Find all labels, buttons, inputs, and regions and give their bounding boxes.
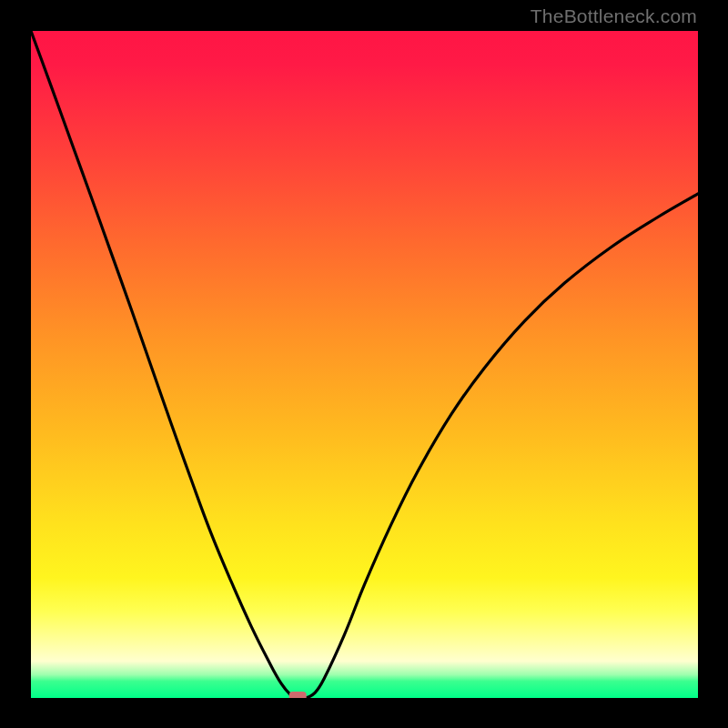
watermark-text: TheBottleneck.com (531, 5, 697, 27)
curve-svg (31, 31, 698, 698)
bottleneck-curve (31, 31, 698, 698)
chart-frame: TheBottleneck.com (0, 0, 728, 728)
minimum-marker (289, 692, 307, 698)
plot-area (31, 31, 698, 698)
